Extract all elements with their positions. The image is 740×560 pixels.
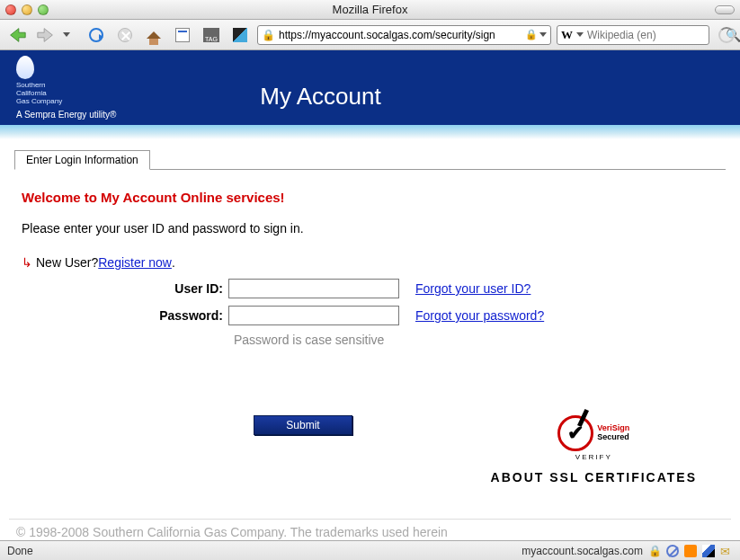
company-logo: Southern California Gas Company A Sempra…	[16, 56, 116, 119]
flame-icon	[16, 56, 34, 79]
home-icon	[147, 31, 161, 39]
login-form: User ID: Forgot your user ID? Password: …	[22, 279, 718, 484]
ssl-certificates-title: ABOUT SSL CERTIFICATES	[491, 470, 697, 484]
nav-history-dropdown-icon[interactable]	[63, 32, 70, 37]
content-area: Enter Login Information Welcome to My Ac…	[0, 139, 740, 560]
status-lock-icon: 🔒	[648, 545, 661, 557]
search-engine-dropdown-icon[interactable]	[576, 32, 584, 37]
status-domain: myaccount.socalgas.com	[522, 545, 643, 557]
new-user-row: ↳ New User? Register now .	[22, 255, 718, 270]
browser-toolbar: TAG 🔒 https://myaccount.socalgas.com/sec…	[0, 20, 740, 50]
password-input[interactable]	[228, 306, 399, 325]
forward-button[interactable]	[34, 23, 58, 47]
copyright-line1: © 1998-2008 Southern California Gas Comp…	[16, 525, 724, 539]
svg-marker-1	[38, 28, 53, 41]
news-icon	[175, 28, 190, 42]
url-text: https://myaccount.socalgas.com/security/…	[279, 29, 522, 41]
tag-icon: TAG	[203, 28, 219, 42]
palette-icon	[233, 28, 247, 42]
activity-spinner-icon	[718, 27, 735, 43]
register-suffix: .	[172, 255, 175, 270]
tab-login-info[interactable]: Enter Login Information	[14, 150, 150, 170]
url-dropdown-icon[interactable]	[539, 32, 547, 37]
site-favicon: 🔒	[525, 29, 538, 40]
reload-icon	[89, 28, 103, 42]
login-panel: Welcome to My Account Online services! P…	[9, 170, 731, 493]
stop-icon	[118, 28, 132, 42]
search-box[interactable]: W 🔍	[557, 25, 709, 45]
password-label: Password:	[22, 308, 228, 323]
stop-button[interactable]	[113, 23, 137, 47]
verisign-badge[interactable]: ✔ VeriSign Secured	[491, 415, 697, 451]
delicious-icon[interactable]	[702, 545, 715, 557]
noscript-icon[interactable]	[666, 545, 679, 557]
status-bar: Done myaccount.socalgas.com 🔒 ✉	[0, 540, 740, 560]
password-note: Password is case sensitive	[234, 333, 718, 347]
login-instruction: Please enter your user ID and password t…	[22, 221, 718, 236]
page-title: My Account	[260, 83, 380, 111]
userid-input[interactable]	[228, 279, 399, 298]
back-button[interactable]	[5, 23, 29, 47]
svg-marker-0	[11, 28, 26, 41]
verisign-verify: VERIFY	[491, 453, 697, 461]
search-engine-icon[interactable]: W	[561, 28, 573, 42]
verisign-seal-icon: ✔	[557, 415, 593, 451]
logo-line3: Gas Company	[16, 98, 116, 106]
mail-icon[interactable]: ✉	[720, 545, 733, 557]
tag-button[interactable]: TAG	[200, 23, 223, 47]
logo-sempra: A Sempra Energy utility®	[16, 110, 116, 120]
url-bar[interactable]: 🔒 https://myaccount.socalgas.com/securit…	[257, 25, 551, 45]
welcome-heading: Welcome to My Account Online services!	[22, 190, 718, 205]
window-titlebar: Mozilla Firefox	[0, 0, 740, 20]
news-button[interactable]	[171, 23, 194, 47]
verisign-line2: Secured	[597, 433, 629, 442]
palette-button[interactable]	[228, 23, 252, 47]
header-stripe	[0, 125, 740, 139]
ssl-lock-icon: 🔒	[262, 29, 275, 41]
window-title: Mozilla Firefox	[0, 3, 740, 16]
home-button[interactable]	[142, 23, 165, 47]
forgot-password-link[interactable]: Forgot your password?	[415, 308, 544, 323]
userid-label: User ID:	[22, 281, 228, 296]
status-text: Done	[7, 545, 33, 557]
new-user-prefix: New User?	[36, 255, 98, 270]
forgot-userid-link[interactable]: Forgot your user ID?	[415, 281, 530, 296]
register-link[interactable]: Register now	[98, 255, 172, 270]
search-input[interactable]	[587, 29, 722, 41]
reload-button[interactable]	[85, 23, 108, 47]
arrow-icon: ↳	[22, 255, 32, 270]
rss-icon[interactable]	[684, 545, 697, 557]
submit-button[interactable]: Submit	[254, 415, 352, 435]
tab-strip: Enter Login Information	[14, 150, 726, 170]
verisign-block: ✔ VeriSign Secured VERIFY ABOUT SSL CERT…	[491, 415, 697, 484]
site-header: Southern California Gas Company A Sempra…	[0, 50, 740, 125]
